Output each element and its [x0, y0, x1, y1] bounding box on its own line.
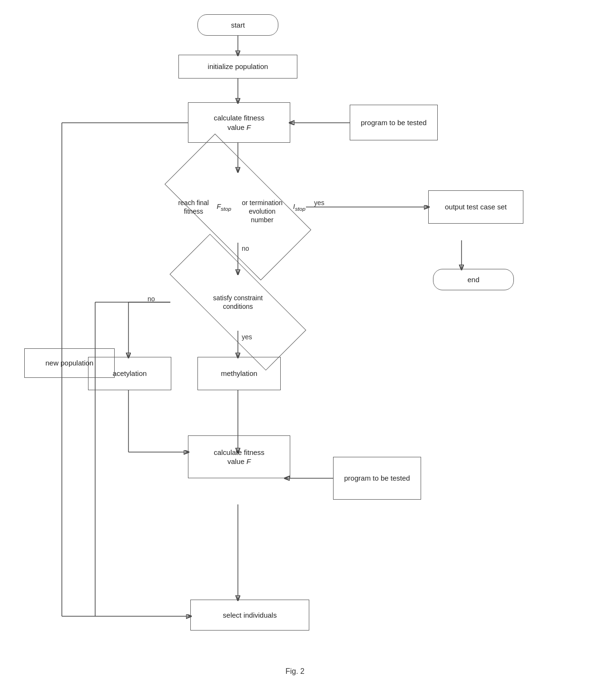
start-shape: start	[197, 14, 278, 36]
methylation-shape: methylation	[197, 357, 281, 390]
calc-fitness1-shape: calculate fitnessvalue F	[188, 102, 290, 143]
figure-caption: Fig. 2	[0, 667, 590, 676]
program-tested1-shape: program to be tested	[350, 105, 438, 140]
end-label: end	[467, 275, 479, 285]
no1-label: no	[242, 245, 249, 252]
start-label: start	[231, 20, 245, 30]
fig-title: Fig. 2	[285, 667, 305, 675]
calc-fitness2-label: calculate fitnessvalue F	[214, 448, 265, 466]
yes1-label: yes	[314, 199, 324, 207]
init-population-label: initialize population	[208, 62, 268, 71]
yes2-label: yes	[242, 333, 252, 341]
calc-fitness2-shape: calculate fitnessvalue F	[188, 435, 290, 478]
end-shape: end	[433, 269, 514, 290]
output-test-label: output test case set	[445, 202, 507, 212]
select-individuals-label: select individuals	[223, 611, 276, 620]
new-population-label: new population	[46, 358, 94, 368]
program-tested2-shape: program to be tested	[333, 457, 421, 500]
program-tested2-label: program to be tested	[344, 473, 410, 483]
select-individuals-shape: select individuals	[190, 600, 309, 631]
no2-label: no	[148, 295, 155, 303]
methylation-label: methylation	[221, 369, 257, 378]
output-test-shape: output test case set	[428, 190, 523, 224]
program-tested1-label: program to be tested	[361, 118, 426, 128]
decision1-label: reach final fitness Fstopor termination …	[170, 172, 305, 242]
acetylation-label: acetylation	[113, 369, 147, 378]
new-population-shape: new population	[24, 348, 115, 378]
decision2-label: satisfy constraintconditions	[170, 274, 305, 330]
calc-fitness1-label: calculate fitnessvalue F	[214, 113, 265, 132]
flowchart-diagram: start initialize population calculate fi…	[0, 0, 590, 680]
init-population-shape: initialize population	[178, 55, 297, 79]
